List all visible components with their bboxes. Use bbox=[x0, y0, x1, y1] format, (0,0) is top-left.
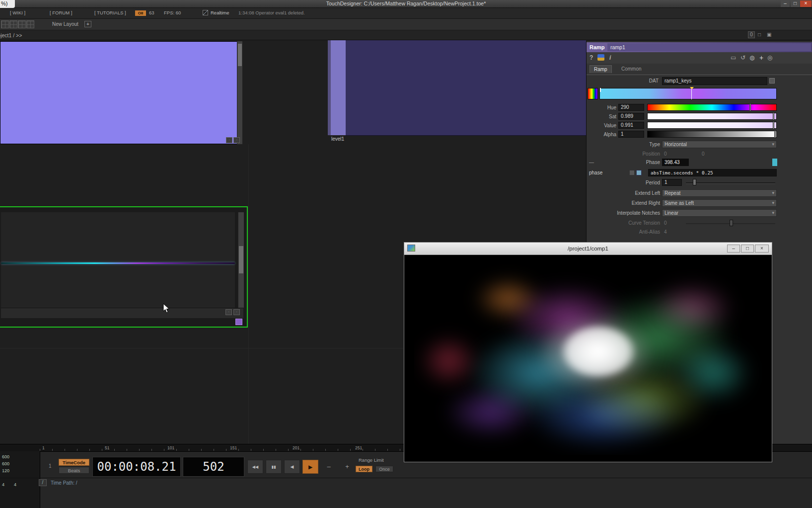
step-back-button[interactable]: ◀ bbox=[284, 460, 300, 474]
phase-value-field[interactable]: 398.43 bbox=[662, 159, 689, 166]
level1-viewer-body[interactable] bbox=[346, 40, 586, 136]
hue-slider-bar[interactable] bbox=[647, 104, 777, 111]
extend-left-dropdown[interactable]: Repeat ▾ bbox=[662, 189, 777, 197]
timeline-setting-value[interactable]: 600 bbox=[2, 461, 9, 466]
timeline-setting-value[interactable]: 120 bbox=[2, 468, 9, 473]
timeline-setting-value[interactable]: 600 bbox=[2, 454, 9, 459]
comment-icon[interactable]: ▭ bbox=[731, 54, 736, 61]
timecode-display[interactable]: 00:00:08.21 bbox=[92, 457, 181, 477]
parameter-header[interactable]: Ramp ramp1 bbox=[587, 42, 812, 52]
performance-badge[interactable]: OII bbox=[135, 10, 146, 16]
beats-mode-button[interactable]: Beats bbox=[59, 467, 89, 474]
forum-link[interactable]: [ FORUM ] bbox=[50, 10, 72, 15]
comp1-minimize-button[interactable]: – bbox=[727, 245, 740, 253]
ramp1-operator-selected[interactable]: · · bbox=[0, 206, 248, 328]
new-layout-label[interactable]: New Layout bbox=[52, 21, 78, 27]
layout-preset-icon[interactable] bbox=[1, 20, 9, 28]
realtime-icon[interactable] bbox=[203, 10, 208, 15]
float-pane-icon[interactable]: □ bbox=[758, 32, 761, 37]
alpha-slider-bar[interactable] bbox=[647, 131, 777, 138]
ramp1-flag-button[interactable] bbox=[235, 319, 242, 325]
dock-pane-icon[interactable]: ▣ bbox=[767, 32, 771, 37]
rewind-to-start-button[interactable]: ◀◀ bbox=[247, 460, 263, 474]
sat-value-field[interactable]: 0.989 bbox=[618, 113, 644, 120]
ramp1-scroll-thumb[interactable] bbox=[239, 246, 243, 273]
increment-frame-button[interactable]: + bbox=[339, 460, 355, 474]
ramp-key-marker[interactable] bbox=[691, 88, 692, 99]
dat-field[interactable]: ramp1_keys bbox=[662, 77, 767, 85]
target-icon[interactable]: ◎ bbox=[767, 54, 772, 61]
globe-icon[interactable]: ◍ bbox=[749, 54, 754, 61]
ramp-gradient-bar[interactable] bbox=[599, 88, 777, 99]
tab-common[interactable]: Common bbox=[617, 65, 646, 73]
interpolate-notches-dropdown[interactable]: Linear ▾ bbox=[662, 209, 777, 217]
hue-value-field[interactable]: 290 bbox=[618, 104, 644, 111]
add-parameter-icon[interactable]: + bbox=[759, 54, 763, 62]
value-label: Value bbox=[587, 123, 616, 128]
timeline-setting-value[interactable]: 4 bbox=[14, 482, 16, 487]
frame-display[interactable]: 502 bbox=[183, 457, 244, 477]
comp1-window-titlebar[interactable]: /project1/comp1 – □ × bbox=[404, 243, 772, 255]
timeline-setting-value[interactable]: 4 bbox=[2, 482, 4, 487]
language-python-icon[interactable] bbox=[597, 54, 604, 61]
ramp1-viewer-body[interactable] bbox=[1, 212, 235, 308]
alpha-value-field[interactable]: 1 bbox=[618, 131, 644, 138]
viewer1-scroll-thumb[interactable] bbox=[238, 44, 242, 66]
alpha-slider-handle[interactable] bbox=[774, 130, 776, 138]
value-value-field[interactable]: 0.991 bbox=[618, 122, 644, 129]
level1-viewer-sidestrip[interactable] bbox=[331, 40, 346, 135]
layout-preset-icon[interactable] bbox=[18, 20, 26, 28]
play-button[interactable]: ▶ bbox=[302, 460, 318, 474]
viewer1-option-button-2[interactable]: · bbox=[233, 137, 240, 143]
period-slider-handle[interactable] bbox=[693, 179, 696, 185]
palette-icon[interactable] bbox=[588, 88, 598, 99]
expr-mode-toggle-constant[interactable] bbox=[629, 170, 635, 175]
info-icon[interactable]: i bbox=[609, 54, 611, 61]
ramp1-option-button-1[interactable]: · bbox=[225, 309, 232, 315]
bookmark-button[interactable]: 0 bbox=[748, 31, 755, 38]
sat-slider-handle[interactable] bbox=[773, 112, 774, 120]
comp1-maximize-button[interactable]: □ bbox=[741, 245, 754, 253]
period-slider-track[interactable] bbox=[686, 182, 775, 184]
type-dropdown[interactable]: Horizontal ▾ bbox=[662, 141, 777, 148]
period-value-field[interactable]: 1 bbox=[662, 179, 682, 186]
layout-preset-icon[interactable] bbox=[9, 20, 17, 28]
breadcrumb[interactable]: project1 / >> bbox=[0, 32, 22, 38]
app-minimize-button[interactable]: – bbox=[781, 0, 790, 7]
top-viewer-purple[interactable] bbox=[0, 41, 242, 144]
decrement-frame-button[interactable]: – bbox=[321, 460, 337, 474]
viewer1-option-button-1[interactable]: · bbox=[226, 137, 232, 143]
loop-button[interactable]: Loop bbox=[356, 466, 372, 472]
phase-expression-field[interactable]: absTime.seconds * 0.25 bbox=[648, 169, 777, 176]
layout-preset-icon[interactable] bbox=[26, 20, 34, 28]
app-close-button[interactable]: × bbox=[800, 0, 812, 7]
extend-right-dropdown[interactable]: Same as Left ▾ bbox=[662, 199, 777, 207]
dat-picker-icon[interactable] bbox=[769, 78, 775, 84]
once-button[interactable]: Once bbox=[375, 466, 393, 472]
timecode-mode-button[interactable]: TimeCode bbox=[59, 459, 89, 466]
hue-slider-handle[interactable] bbox=[749, 103, 751, 111]
add-layout-button[interactable]: + bbox=[84, 21, 91, 27]
cycle-icon[interactable]: ↺ bbox=[740, 54, 745, 61]
tab-ramp[interactable]: Ramp bbox=[590, 65, 612, 73]
comp1-window-icon bbox=[407, 245, 415, 252]
ramp-key-handle[interactable] bbox=[690, 87, 694, 89]
comp1-close-button[interactable]: × bbox=[755, 245, 769, 253]
value-slider-handle[interactable] bbox=[773, 121, 774, 129]
viewer1-scrollbar[interactable] bbox=[237, 41, 242, 144]
realtime-toggle-label[interactable]: Realtime bbox=[211, 10, 229, 15]
app-maximize-button[interactable]: □ bbox=[791, 0, 800, 7]
ramp-key-start[interactable] bbox=[600, 88, 601, 92]
ramp1-scrollbar[interactable] bbox=[238, 212, 244, 308]
expr-mode-toggle-expression[interactable] bbox=[636, 170, 642, 175]
wiki-link[interactable]: [ WIKI ] bbox=[10, 10, 25, 15]
tutorials-link[interactable]: [ TUTORIALS ] bbox=[94, 10, 126, 15]
pause-button[interactable]: ▮▮ bbox=[266, 460, 282, 474]
sat-slider-bar[interactable] bbox=[647, 113, 777, 120]
value-slider-bar[interactable] bbox=[647, 122, 777, 129]
help-icon[interactable]: ? bbox=[590, 54, 593, 61]
op-name-field[interactable]: ramp1 bbox=[607, 43, 811, 51]
time-path-button[interactable]: / bbox=[39, 479, 47, 486]
app-titlebar[interactable]: TouchDesigner: C:/Users/Matthew Ragan/De… bbox=[0, 0, 812, 8]
ramp1-option-button-2[interactable]: · bbox=[233, 309, 240, 315]
